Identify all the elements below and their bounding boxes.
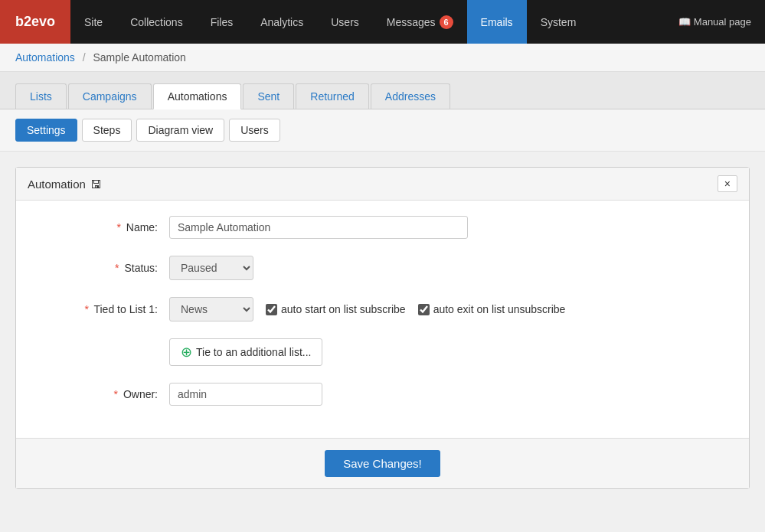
name-row: * Name: [39,216,726,239]
subtabs: Settings Steps Diagram view Users [0,109,765,152]
auto-exit-checkbox-item: auto exit on list unsubscribe [418,303,566,315]
owner-label-text: Owner: [123,388,158,400]
nav-item-messages[interactable]: Messages 6 [373,0,467,44]
tied-list-label-text: Tied to List 1: [93,303,158,315]
nav-item-site[interactable]: Site [70,0,116,44]
tab-campaigns[interactable]: Campaigns [68,83,152,109]
status-label: * Status: [39,262,169,274]
save-button[interactable]: Save Changes! [325,450,440,477]
nav-item-collections[interactable]: Collections [116,0,196,44]
auto-exit-label[interactable]: auto exit on list unsubscribe [433,303,566,315]
status-required: * [115,262,119,274]
top-nav: b2evo Site Collections Files Analytics U… [0,0,765,44]
card-header: Automation 🖫 × [16,168,749,201]
owner-row: * Owner: [39,383,726,406]
book-icon: 📖 [678,16,691,28]
card-footer: Save Changes! [16,438,749,488]
tied-list-select[interactable]: News General Updates [169,297,253,321]
tie-additional-button[interactable]: ⊕ Tie to an additional list... [169,338,322,366]
tied-list-label: * Tied to List 1: [39,303,169,315]
status-label-text: Status: [124,262,158,274]
subtab-settings[interactable]: Settings [15,119,77,142]
tab-addresses[interactable]: Addresses [371,83,450,109]
tie-additional-text: Tie to an additional list... [196,346,311,358]
owner-input[interactable] [169,383,322,406]
status-select[interactable]: Paused Active Inactive [169,256,253,280]
breadcrumb-separator: / [83,51,86,64]
manual-page-link[interactable]: 📖 Manual page [665,0,765,44]
name-label-text: Name: [126,221,158,233]
tab-lists[interactable]: Lists [15,83,67,109]
tie-additional-row: ⊕ Tie to an additional list... [39,338,726,366]
subtab-diagram-view[interactable]: Diagram view [136,119,224,142]
breadcrumb-parent-link[interactable]: Automations [15,51,75,64]
auto-start-checkbox-item: auto start on list subscribe [266,303,406,315]
subtab-steps[interactable]: Steps [82,119,132,142]
nav-item-files[interactable]: Files [197,0,247,44]
card-title-text: Automation [28,178,86,191]
main-tabs: Lists Campaigns Automations Sent Returne… [0,72,765,109]
nav-item-system[interactable]: System [527,0,590,44]
auto-exit-checkbox[interactable] [418,304,430,315]
subtab-users[interactable]: Users [229,119,280,142]
breadcrumb-current: Sample Automation [93,51,186,64]
tied-list-group: News General Updates auto start on list … [169,297,565,321]
name-required: * [116,221,120,233]
tab-returned[interactable]: Returned [296,83,369,109]
tied-list-required: * [84,303,88,315]
automation-card: Automation 🖫 × * Name: * Status: [15,167,750,489]
app-logo: b2evo [0,0,70,44]
status-row: * Status: Paused Active Inactive [39,256,726,280]
name-input[interactable] [169,216,468,239]
tied-list-row: * Tied to List 1: News General Updates a… [39,297,726,321]
card-body: * Name: * Status: Paused Active Inactive [16,201,749,438]
manual-page-label: Manual page [694,16,751,28]
tab-automations[interactable]: Automations [153,83,242,109]
nav-item-users[interactable]: Users [317,0,373,44]
messages-badge: 6 [440,15,453,29]
auto-start-checkbox[interactable] [266,304,277,315]
messages-label: Messages [387,16,436,28]
nav-item-emails[interactable]: Emails [467,0,527,44]
tab-sent[interactable]: Sent [243,83,294,109]
owner-label: * Owner: [39,388,169,400]
floppy-icon: 🖫 [90,178,102,191]
tie-additional-container: ⊕ Tie to an additional list... [169,338,322,366]
plus-circle-icon: ⊕ [181,344,192,361]
name-label: * Name: [39,221,169,233]
main-content: Automation 🖫 × * Name: * Status: [0,152,765,504]
breadcrumb: Automations / Sample Automation [0,44,765,72]
card-title: Automation 🖫 [28,178,102,191]
nav-items: Site Collections Files Analytics Users M… [70,0,665,44]
owner-required: * [114,388,118,400]
nav-item-analytics[interactable]: Analytics [247,0,317,44]
auto-start-label[interactable]: auto start on list subscribe [281,303,406,315]
close-button[interactable]: × [718,175,737,192]
